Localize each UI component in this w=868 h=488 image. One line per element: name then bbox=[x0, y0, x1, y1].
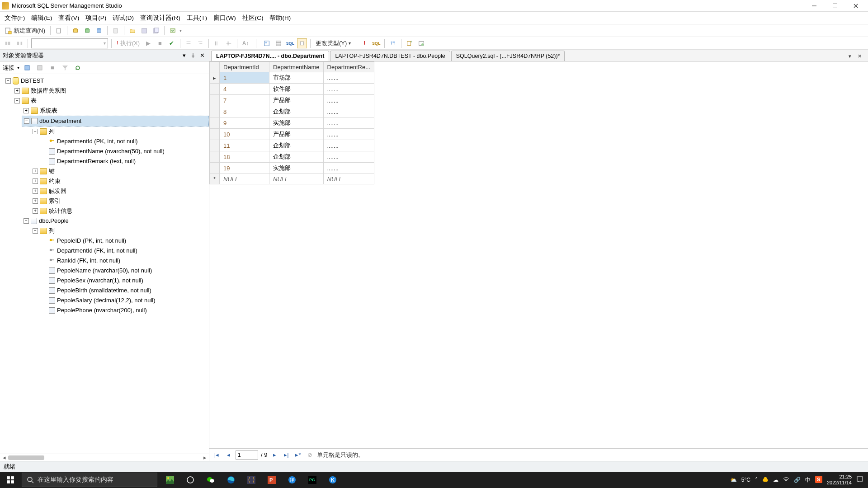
cell-name[interactable]: 企划部 bbox=[269, 151, 324, 163]
tab-people[interactable]: LAPTOP-FJSR4D7N.DBTEST - dbo.People bbox=[330, 51, 450, 61]
results-pane-icon[interactable] bbox=[297, 38, 307, 48]
cell-name[interactable]: 企划部 bbox=[269, 140, 324, 151]
tree-indexes[interactable]: 索引 bbox=[49, 196, 61, 206]
menu-project[interactable]: 项目(P) bbox=[85, 14, 106, 22]
filter-icon[interactable] bbox=[60, 63, 70, 73]
expander-icon[interactable]: − bbox=[14, 98, 20, 103]
menu-community[interactable]: 社区(C) bbox=[242, 14, 264, 22]
row-selector[interactable] bbox=[210, 151, 220, 163]
run-icon[interactable]: ! bbox=[359, 38, 369, 48]
menu-file[interactable]: 文件(F) bbox=[5, 14, 25, 22]
verify-sql-icon[interactable]: SQL bbox=[371, 38, 381, 48]
tray-connection-icon[interactable]: 🔗 bbox=[794, 477, 801, 483]
menu-edit[interactable]: 编辑(E) bbox=[31, 14, 52, 22]
parse-icon[interactable]: ✔ bbox=[167, 38, 177, 48]
cell-name[interactable]: 产品部 bbox=[269, 95, 324, 106]
panel-pin-icon[interactable] bbox=[189, 52, 197, 60]
cell-remark[interactable]: ....... bbox=[323, 163, 374, 174]
row-selector[interactable]: ▸ bbox=[210, 72, 220, 84]
taskbar-app-ssms[interactable] bbox=[241, 472, 261, 488]
db-icon-3[interactable] bbox=[94, 26, 104, 36]
stop-icon[interactable]: ■ bbox=[155, 38, 165, 48]
row-selector[interactable] bbox=[210, 106, 220, 117]
tree-col[interactable]: PepoleSex (nvarchar(1), not null) bbox=[57, 276, 143, 286]
save-icon[interactable] bbox=[139, 26, 149, 36]
tree-db[interactable]: DBTEST bbox=[21, 76, 44, 86]
save-all-icon[interactable] bbox=[151, 26, 161, 36]
outdent-icon[interactable] bbox=[184, 38, 193, 48]
expander-icon[interactable]: − bbox=[24, 118, 29, 124]
tab-department[interactable]: LAPTOP-FJSR4D7N.... - dbo.Department bbox=[211, 51, 329, 61]
cell-id[interactable]: 10 bbox=[220, 129, 269, 140]
panel-dropdown-icon[interactable]: ▾ bbox=[180, 52, 188, 60]
cell-null[interactable]: NULL bbox=[220, 174, 269, 184]
nav-last-icon[interactable]: ▸| bbox=[282, 450, 291, 460]
nav-first-icon[interactable]: |◂ bbox=[212, 450, 221, 460]
tree-columns[interactable]: 列 bbox=[49, 226, 55, 236]
activity-monitor-icon[interactable] bbox=[168, 26, 178, 36]
tree-keys[interactable]: 键 bbox=[49, 166, 55, 176]
indent-icon[interactable] bbox=[195, 38, 205, 48]
nav-next-icon[interactable]: ▸ bbox=[270, 450, 279, 460]
taskbar-search[interactable]: 在这里输入你要搜索的内容 bbox=[22, 473, 157, 487]
ime-indicator[interactable]: 中 bbox=[805, 476, 811, 484]
weather-icon[interactable]: ⛅ bbox=[730, 477, 737, 483]
new-file-icon[interactable] bbox=[54, 26, 64, 36]
group-by-icon[interactable] bbox=[388, 38, 398, 48]
cell-remark[interactable]: ....... bbox=[323, 84, 374, 95]
tray-chevron-icon[interactable]: ˄ bbox=[755, 477, 758, 483]
col-header-name[interactable]: DepartmentName bbox=[269, 62, 324, 72]
new-query-button[interactable]: 新建查询(N) bbox=[3, 26, 47, 36]
open-folder-icon[interactable] bbox=[127, 26, 137, 36]
taskbar-app-kugou[interactable]: K bbox=[323, 472, 343, 488]
tab-sqlquery[interactable]: SQLQuery2.sql - (...FJSR4D7N\HP (52))* bbox=[451, 51, 565, 61]
expander-icon[interactable]: + bbox=[14, 88, 20, 94]
expander-icon[interactable]: − bbox=[24, 218, 29, 224]
row-selector[interactable] bbox=[210, 117, 220, 129]
add-derived-icon[interactable] bbox=[416, 38, 426, 48]
nav-position-input[interactable] bbox=[236, 450, 258, 460]
expander-icon[interactable]: − bbox=[33, 228, 38, 234]
db-icon-2[interactable] bbox=[82, 26, 92, 36]
cell-id[interactable]: 7 bbox=[220, 95, 269, 106]
col-header-remark[interactable]: DepartmentRe... bbox=[323, 62, 374, 72]
cell-remark[interactable]: ....... bbox=[323, 117, 374, 129]
cut-icon[interactable] bbox=[111, 26, 121, 36]
tray-gdrive-icon[interactable] bbox=[762, 476, 769, 484]
taskbar-app-landscape[interactable] bbox=[160, 472, 180, 488]
tree-col[interactable]: DepartmentId (PK, int, not null) bbox=[57, 136, 137, 146]
expander-icon[interactable]: + bbox=[24, 108, 29, 113]
taskbar-app-pycharm[interactable]: PC bbox=[302, 472, 322, 488]
taskbar-app-translator[interactable]: 译 bbox=[282, 472, 302, 488]
row-selector[interactable] bbox=[210, 140, 220, 151]
nav-new-icon[interactable]: ▸* bbox=[293, 450, 302, 460]
connect-label[interactable]: 连接 bbox=[3, 64, 14, 72]
expander-icon[interactable]: + bbox=[33, 169, 38, 174]
expander-icon[interactable]: − bbox=[5, 78, 11, 84]
disconnect-server-icon[interactable] bbox=[35, 63, 45, 73]
taskbar-app-powerpoint[interactable]: P bbox=[262, 472, 282, 488]
tree-col[interactable]: DepartmentRemark (text, null) bbox=[57, 156, 136, 166]
taskbar-app-edge[interactable] bbox=[221, 472, 241, 488]
menu-view[interactable]: 查看(V) bbox=[58, 14, 79, 22]
minimize-button[interactable] bbox=[804, 0, 825, 11]
tree-table-department[interactable]: −dbo.Department bbox=[22, 116, 209, 127]
nav-cancel-icon[interactable]: ⊘ bbox=[305, 450, 314, 460]
tree-col[interactable]: RankId (FK, int, not null) bbox=[57, 256, 120, 266]
tree-hscroll[interactable]: ◂▸ bbox=[0, 454, 209, 461]
font-icon[interactable]: A↕ bbox=[241, 38, 250, 48]
start-button[interactable] bbox=[0, 472, 21, 488]
stop-action-icon[interactable]: ■ bbox=[47, 63, 57, 73]
tree-tables[interactable]: 表 bbox=[31, 96, 37, 106]
cell-name[interactable]: 企划部 bbox=[269, 106, 324, 117]
cell-name[interactable]: 实施部 bbox=[269, 117, 324, 129]
criteria-pane-icon[interactable] bbox=[274, 38, 283, 48]
menu-tools[interactable]: 工具(T) bbox=[187, 14, 207, 22]
refresh-icon[interactable] bbox=[73, 63, 83, 73]
tree-systables[interactable]: 系统表 bbox=[40, 106, 57, 116]
cell-id[interactable]: 8 bbox=[220, 106, 269, 117]
tree-diagrams[interactable]: 数据库关系图 bbox=[31, 86, 66, 96]
cell-id[interactable]: 1 bbox=[220, 72, 269, 84]
menu-query-designer[interactable]: 查询设计器(R) bbox=[140, 14, 180, 22]
cell-remark[interactable]: ....... bbox=[323, 95, 374, 106]
